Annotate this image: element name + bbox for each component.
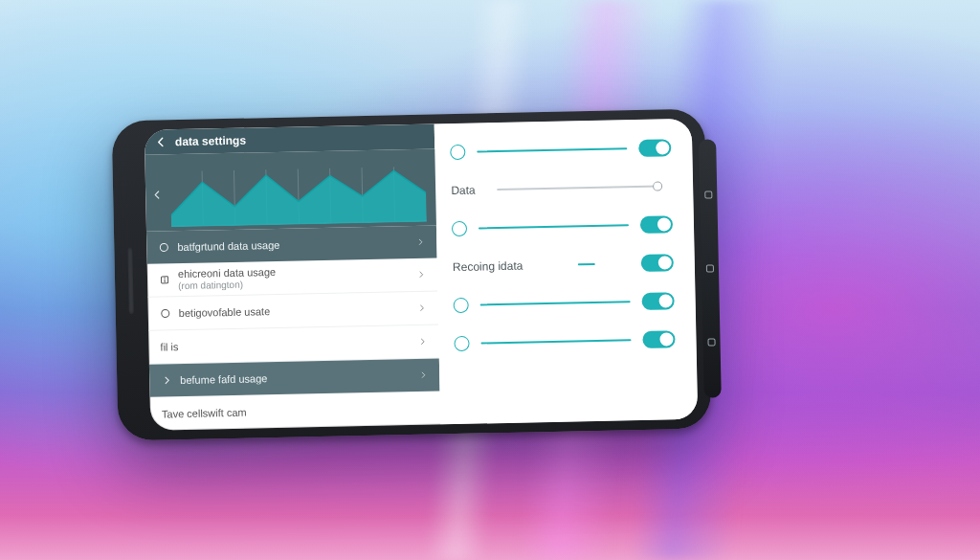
slider-track[interactable]: [481, 339, 632, 344]
slider-track[interactable]: [477, 147, 627, 152]
screen: data settings: [145, 119, 698, 431]
chevron-right-icon: [418, 336, 428, 346]
info-icon: [159, 274, 170, 285]
toggle-row-1: [450, 128, 672, 171]
svg-point-11: [165, 278, 166, 279]
settings-pane: data settings: [145, 123, 441, 430]
slider-track[interactable]: [497, 186, 660, 191]
toggle-row-3: [452, 205, 674, 248]
page-title: data settings: [175, 133, 246, 148]
slider-track[interactable]: [479, 224, 629, 229]
svg-point-8: [160, 243, 167, 251]
circle-icon: [160, 307, 171, 319]
radio-icon[interactable]: [450, 145, 465, 160]
phone-frame: data settings: [112, 109, 712, 441]
chevron-right-icon: [417, 303, 427, 313]
row-label: Data: [451, 184, 476, 198]
svg-point-12: [162, 309, 169, 317]
radio-icon[interactable]: [452, 221, 467, 236]
back-icon[interactable]: [154, 135, 167, 148]
toggle-switch[interactable]: [642, 330, 675, 348]
background-art: data settings: [0, 0, 980, 560]
row-tave-cellswift-cam[interactable]: Tave cellswift cam: [150, 392, 441, 431]
toggle-row-5: [453, 281, 675, 325]
usage-sparkline: [169, 154, 427, 227]
chevron-right-icon: [418, 370, 428, 380]
usage-chart[interactable]: [145, 148, 436, 231]
row-sublabel: (rom datington): [178, 280, 243, 291]
row-label: ehicreoni data usage: [178, 266, 276, 280]
circle-icon: [158, 241, 169, 253]
row-label: befume fafd usage: [180, 372, 267, 386]
slider-track[interactable]: [578, 263, 595, 265]
toggle-switch[interactable]: [641, 254, 674, 272]
row-label: batfgrtund data usage: [177, 239, 279, 253]
toggle-switch[interactable]: [640, 215, 673, 234]
chart-prev-icon[interactable]: [151, 187, 163, 198]
toggle-switch[interactable]: [641, 292, 674, 310]
phone-side-buttons: [699, 139, 722, 397]
radio-icon[interactable]: [454, 298, 469, 313]
slider-track[interactable]: [480, 301, 631, 305]
row-label: Recoing idata: [453, 259, 523, 275]
radio-icon[interactable]: [455, 336, 470, 351]
toggle-row-data: Data: [451, 167, 673, 210]
row-label: Tave cellswift cam: [162, 406, 247, 419]
toggle-row-6: [454, 320, 676, 363]
toggle-row-recoing-idata: Recoing idata: [453, 243, 675, 286]
row-label: fil is: [160, 341, 178, 352]
chevron-right-icon: [416, 270, 426, 280]
chevron-right-icon: [161, 374, 172, 386]
phone-speaker: [127, 247, 133, 314]
toggles-pane: Data Recoing idata: [434, 119, 698, 425]
chevron-right-icon: [415, 237, 425, 247]
row-label: betigovofable usate: [179, 305, 271, 319]
toggle-switch[interactable]: [638, 139, 671, 157]
